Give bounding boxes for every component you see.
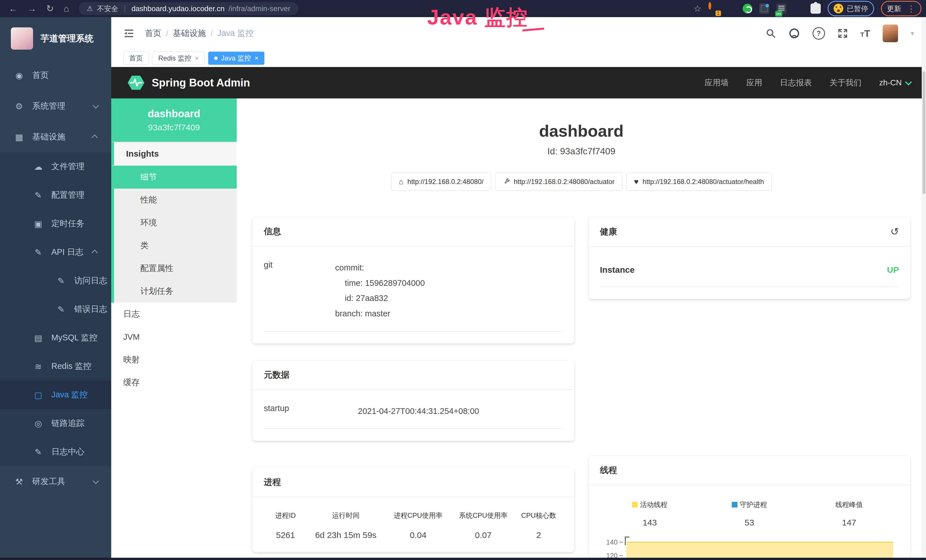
database-icon: ▤: [32, 333, 44, 343]
health-card-title: 健康: [600, 226, 617, 238]
bookmark-star-icon[interactable]: ☆: [693, 3, 702, 14]
paused-badge[interactable]: 已暂停: [828, 1, 874, 16]
table-row: git commit: time: 1596289704000 id: 27aa…: [264, 260, 563, 331]
git-branch-line: branch: master: [335, 306, 563, 321]
extension-pin-icon[interactable]: [726, 3, 736, 14]
screen: ← → ↻ ⌂ ⚠ 不安全 dashboard.yudao.iocoder.cn…: [0, 0, 926, 560]
sba-item-logging[interactable]: 日志: [111, 303, 237, 325]
update-button[interactable]: 更新 ⋮: [881, 1, 921, 16]
sidebar-item-error-logs[interactable]: ✎ 错误日志: [0, 295, 111, 324]
extension-list-icon[interactable]: on: [776, 3, 787, 14]
tab-redis-monitor[interactable]: Redis 监控 ×: [152, 51, 205, 65]
legend-swatch-blue: [732, 502, 737, 507]
user-avatar[interactable]: [883, 24, 898, 42]
browser-actions: ☆ 1 on 已暂停 更新 ⋮: [693, 1, 926, 16]
sidebar-item-redis-monitor[interactable]: ≋ Redis 监控: [0, 352, 111, 381]
user-menu-caret-icon[interactable]: ▾: [911, 29, 914, 37]
actuator-url-link[interactable]: http://192.168.0.2:48080/actuator: [495, 173, 622, 191]
table-row[interactable]: Instance UP: [600, 262, 899, 287]
extension-orange-icon[interactable]: 1: [708, 3, 719, 14]
history-icon[interactable]: ↺: [890, 226, 899, 238]
insights-submenu: 细节 性能 环境 类 配置属性 计划任务: [111, 166, 237, 303]
health-url-link[interactable]: ♥ http://192.168.0.2:48080/actuator/heal…: [626, 173, 772, 191]
collapse-menu-icon[interactable]: [123, 29, 135, 38]
process-table: 进程ID 5261 运行时间 6d 23h 15m 59s: [264, 511, 563, 540]
sba-item-jvm[interactable]: JVM: [111, 325, 237, 348]
sba-item-config-props[interactable]: 配置属性: [114, 257, 237, 280]
forward-icon[interactable]: →: [27, 3, 36, 14]
browser-menu-icon[interactable]: ⋮: [907, 4, 915, 14]
git-id-line: id: 27aa832: [335, 291, 563, 306]
sidebar-item-label: 错误日志: [74, 304, 107, 315]
sidebar-item-log-center[interactable]: ✎ 日志中心: [0, 437, 111, 466]
sba-item-metrics[interactable]: 性能: [114, 189, 237, 211]
chevron-down-icon: [905, 79, 912, 85]
sba-item-details[interactable]: 细节: [114, 166, 237, 189]
chevron-up-icon: [92, 135, 98, 141]
breadcrumb-infrastructure[interactable]: 基础设施: [173, 28, 206, 39]
legend-peak-threads: 线程峰值 147: [799, 500, 899, 527]
extension-leaf-icon[interactable]: [793, 3, 803, 14]
sidebar-item-java-monitor[interactable]: ▢ Java 监控: [0, 381, 111, 409]
extension-green-icon[interactable]: [743, 4, 752, 14]
sba-brand[interactable]: Spring Boot Admin: [127, 74, 250, 92]
close-icon[interactable]: ×: [195, 54, 199, 62]
sba-nav-journal[interactable]: 日志报表: [780, 77, 812, 88]
reload-icon[interactable]: ↻: [46, 3, 54, 14]
tick-mark: [619, 542, 623, 543]
sidebar-item-system[interactable]: ⚙ 系统管理: [0, 91, 111, 121]
y-tick-140: 140: [600, 538, 618, 546]
help-icon[interactable]: ?: [813, 27, 825, 40]
sidebar-item-access-logs[interactable]: ✎ 访问日志: [0, 266, 111, 295]
home-icon[interactable]: ⌂: [64, 3, 69, 14]
chevron-up-icon: [92, 250, 98, 256]
sba-item-caches[interactable]: 缓存: [111, 371, 237, 394]
extension-badge: 1: [716, 11, 721, 16]
scrollbar[interactable]: [922, 17, 926, 558]
fullscreen-icon[interactable]: [838, 28, 848, 38]
scrollbar-thumb[interactable]: [923, 71, 925, 194]
git-commit-line: commit:: [335, 260, 563, 275]
instance-header[interactable]: dashboard 93a3fc7f7409: [111, 98, 237, 142]
sidebar-item-infrastructure[interactable]: ▦ 基础设施: [0, 121, 111, 152]
sba-item-classes[interactable]: 类: [114, 234, 237, 257]
cloud-icon: ☁: [32, 162, 44, 172]
sidebar-item-devtools[interactable]: ⚒ 研发工具: [0, 466, 111, 497]
legend-value: 147: [842, 518, 856, 527]
back-icon[interactable]: ←: [9, 3, 18, 14]
sba-item-scheduled-tasks[interactable]: 计划任务: [114, 280, 237, 303]
page-instance-id: Id: 93a3fc7f7409: [253, 146, 910, 157]
extension-grid-icon[interactable]: [759, 3, 769, 14]
sba-section-insights[interactable]: Insights: [111, 142, 237, 166]
service-url-link[interactable]: ⌂ http://192.168.0.2:48080/: [391, 173, 491, 191]
dashboard-icon: ◉: [13, 70, 26, 80]
font-size-icon[interactable]: TT: [860, 28, 870, 39]
legend-daemon-threads: 守护进程 53: [699, 500, 799, 527]
tab-java-monitor[interactable]: Java 监控 ×: [208, 51, 264, 65]
chevron-down-icon: [93, 102, 99, 109]
infrastructure-icon: ▦: [13, 132, 26, 142]
sba-item-environment[interactable]: 环境: [114, 211, 237, 234]
sidebar-item-tracing[interactable]: ◎ 链路追踪: [0, 409, 111, 437]
sba-nav-about[interactable]: 关于我们: [830, 77, 861, 88]
tab-home[interactable]: 首页: [123, 51, 149, 65]
locale-select[interactable]: zh-CN: [879, 78, 910, 87]
sidebar-item-scheduled-jobs[interactable]: ▣ 定时任务: [0, 209, 111, 238]
github-icon[interactable]: [788, 28, 800, 39]
sidebar-item-api-logs[interactable]: ✎ API 日志: [0, 238, 111, 266]
sba-nav-wallboard[interactable]: 应用墙: [705, 77, 729, 88]
sba-nav-applications[interactable]: 应用: [746, 77, 762, 88]
extensions-puzzle-icon[interactable]: [811, 3, 821, 14]
sidebar-item-config[interactable]: ✎ 配置管理: [0, 181, 111, 209]
app-logo-row[interactable]: 芋道管理系统: [0, 17, 111, 60]
address-bar[interactable]: ⚠ 不安全 dashboard.yudao.iocoder.cn /infra/…: [79, 2, 298, 15]
sidebar-item-mysql-monitor[interactable]: ▤ MySQL 监控: [0, 324, 111, 352]
sidebar-item-home[interactable]: ◉ 首页: [0, 60, 111, 91]
close-icon[interactable]: ×: [254, 54, 259, 62]
sba-item-mappings[interactable]: 映射: [111, 348, 237, 371]
breadcrumb-home[interactable]: 首页: [145, 28, 162, 39]
warning-icon: ⚠: [87, 5, 93, 12]
layers-icon: ≋: [32, 362, 44, 371]
search-icon[interactable]: [766, 28, 776, 38]
sidebar-item-files[interactable]: ☁ 文件管理: [0, 152, 111, 181]
